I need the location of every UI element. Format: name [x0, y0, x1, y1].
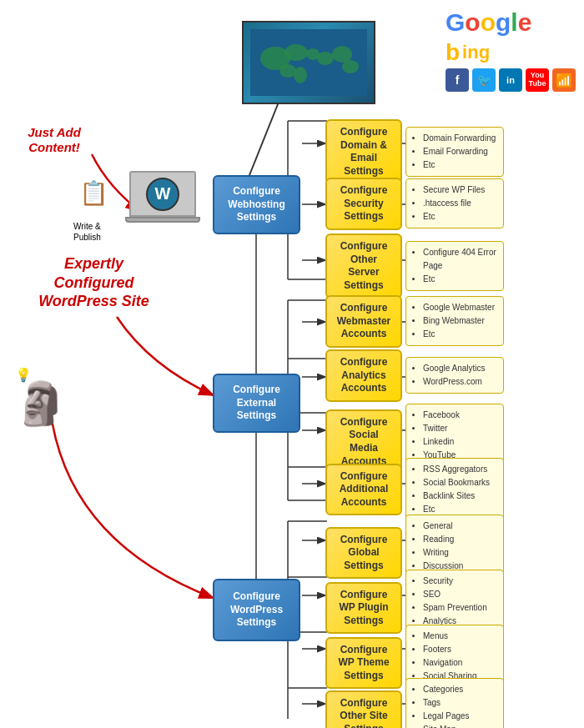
- thinker-statue: 🗿: [15, 383, 67, 424]
- expertly-configured-label: ExpertlyConfiguredWordPress Site: [4, 254, 184, 311]
- world-map-svg: [250, 29, 367, 96]
- thinker-area: 💡 🗿: [15, 367, 67, 424]
- twitter-icon: 🐦: [472, 68, 496, 92]
- laptop-area: 📋 W: [125, 171, 200, 223]
- svg-point-51: [342, 60, 359, 73]
- row-analytics: ConfigureAnalyticsAccounts Google Analyt…: [325, 349, 504, 402]
- domain-box: ConfigureDomain &Email Settings: [325, 119, 402, 184]
- row-server: ConfigureOther ServerSettings Configure …: [325, 233, 504, 299]
- facebook-icon: f: [446, 68, 469, 92]
- wp-logo: W: [146, 178, 179, 211]
- social-icons-row: f 🐦 in YouTube 📶: [446, 68, 576, 92]
- wordpress-box: ConfigureWordPressSettings: [213, 579, 300, 641]
- world-map: [242, 21, 375, 104]
- svg-point-50: [332, 46, 352, 63]
- brands-section: Google bing f 🐦 in YouTube 📶: [446, 8, 576, 92]
- row-domain: ConfigureDomain &Email Settings Domain F…: [325, 119, 504, 184]
- svg-point-52: [279, 64, 296, 78]
- webmaster-box: ConfigureWebmasterAccounts: [325, 295, 402, 348]
- row-webmaster: ConfigureWebmasterAccounts Google Webmas…: [325, 295, 504, 348]
- write-publish-label: Write &Publish: [73, 221, 101, 243]
- other-site-bullets: CategoriesTagsLegal PagesSite MapRedirec…: [405, 678, 504, 728]
- rss-icon: 📶: [552, 68, 576, 92]
- external-box: ConfigureExternalSettings: [213, 374, 300, 433]
- other-site-box: ConfigureOther SiteSettings: [325, 690, 402, 728]
- main-container: Google bing f 🐦 in YouTube 📶: [0, 0, 584, 728]
- security-box: ConfigureSecuritySettings: [325, 178, 402, 230]
- svg-point-53: [294, 67, 307, 83]
- row-additional: ConfigureAdditionalAccounts RSS Aggregat…: [325, 458, 504, 521]
- laptop-screen: W: [129, 171, 196, 217]
- domain-bullets: Domain ForwardingEmail ForwardingEtc: [405, 127, 504, 177]
- analytics-box: ConfigureAnalyticsAccounts: [325, 349, 402, 402]
- notepad-icon: 📋: [79, 179, 108, 207]
- just-add-content-label: Just Add Content!: [13, 125, 96, 155]
- bing-logo: bing: [446, 39, 576, 66]
- laptop-base: [125, 217, 200, 223]
- security-bullets: Secure WP Files.htaccess fileEtc: [405, 178, 504, 228]
- analytics-bullets: Google AnalyticsWordPress.com: [405, 357, 504, 394]
- svg-point-49: [317, 52, 334, 65]
- world-map-area: [142, 13, 375, 104]
- server-box: ConfigureOther ServerSettings: [325, 233, 402, 299]
- row-other-site: ConfigureOther SiteSettings CategoriesTa…: [325, 678, 504, 728]
- additional-bullets: RSS AggregatorsSocial BookmarksBacklink …: [405, 458, 504, 521]
- row-security: ConfigureSecuritySettings Secure WP File…: [325, 178, 504, 230]
- webmaster-bullets: Google WebmasterBing WebmasterEtc: [405, 296, 504, 346]
- external-label: ConfigureExternalSettings: [213, 374, 300, 433]
- additional-box: ConfigureAdditionalAccounts: [325, 464, 402, 516]
- svg-point-47: [284, 44, 308, 61]
- linkedin-icon: in: [499, 68, 522, 92]
- wordpress-label: ConfigureWordPressSettings: [213, 579, 300, 641]
- webhosting-label: ConfigureWebhostingSettings: [213, 175, 300, 234]
- google-logo: Google: [446, 8, 576, 37]
- server-bullets: Configure 404 Error PageEtc: [405, 241, 504, 291]
- youtube-icon: YouTube: [526, 68, 549, 92]
- webhosting-box: ConfigureWebhostingSettings: [213, 175, 300, 234]
